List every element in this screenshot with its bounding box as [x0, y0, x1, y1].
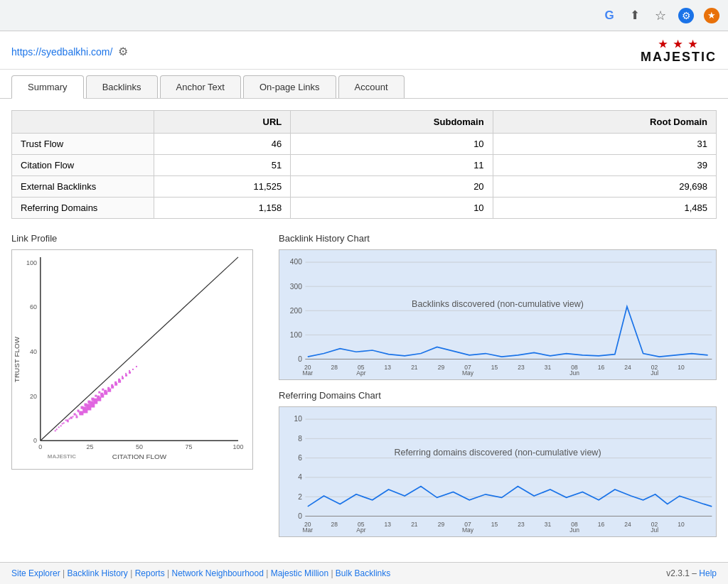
svg-text:21: 21	[411, 364, 418, 371]
majestic-name: MAJESTIC	[641, 50, 717, 65]
svg-rect-15	[65, 419, 67, 421]
external-backlinks-subdomain: 20	[291, 176, 493, 198]
svg-line-14	[41, 257, 238, 440]
svg-rect-80	[58, 426, 60, 428]
share-icon[interactable]: ⬆	[627, 8, 643, 23]
svg-text:Referring domains discovered (: Referring domains discovered (non-cumula…	[394, 448, 601, 458]
svg-text:25: 25	[86, 443, 93, 450]
footer-help-link[interactable]: Help	[699, 568, 717, 578]
tab-backlinks[interactable]: Backlinks	[86, 75, 158, 98]
svg-text:10: 10	[678, 521, 685, 528]
footer-link-majestic-million[interactable]: Majestic Million	[271, 568, 328, 578]
citation-flow-url: 51	[154, 155, 291, 176]
svg-text:10: 10	[678, 364, 685, 371]
settings-icon[interactable]: ⚙	[678, 8, 694, 23]
svg-text:4: 4	[298, 473, 302, 481]
svg-rect-34	[63, 422, 65, 423]
svg-text:Jul: Jul	[651, 526, 658, 534]
svg-rect-117	[279, 407, 716, 536]
link-profile-section: Link Profile TRUST FLOW CITATION FLOW 0 …	[11, 233, 267, 537]
majestic-logo: ★ ★ ★ MAJESTIC	[641, 38, 717, 65]
col-header-root-domain: Root Domain	[493, 111, 716, 134]
svg-text:Jun: Jun	[569, 369, 579, 377]
svg-rect-45	[102, 389, 104, 391]
url-section: https://syedbalkhi.com/ ⚙	[11, 45, 128, 58]
svg-text:0: 0	[33, 437, 37, 444]
footer-link-reports[interactable]: Reports	[135, 568, 165, 578]
tab-summary[interactable]: Summary	[11, 75, 84, 99]
svg-text:13: 13	[385, 521, 392, 528]
backlink-history-title: Backlink History Chart	[279, 233, 717, 244]
svg-rect-70	[114, 383, 117, 386]
backlink-history-chart: 0 100 200 300 400	[279, 249, 717, 380]
svg-rect-37	[74, 413, 76, 416]
svg-text:0: 0	[298, 355, 302, 363]
svg-text:100: 100	[233, 443, 244, 450]
majestic-stars: ★ ★ ★	[658, 38, 699, 50]
svg-rect-33	[62, 423, 63, 424]
footer-link-network-neighbourhood[interactable]: Network Neighbourhood	[171, 568, 263, 578]
svg-text:2: 2	[298, 493, 302, 501]
tab-account[interactable]: Account	[338, 75, 405, 98]
svg-rect-44	[98, 391, 100, 394]
tabs-bar: Summary Backlinks Anchor Text On-page Li…	[0, 70, 728, 99]
svg-text:May: May	[462, 526, 474, 534]
svg-text:16: 16	[598, 521, 605, 528]
svg-text:75: 75	[186, 443, 193, 450]
referring-domains-chart: 0 2 4 6 8 10	[279, 406, 717, 537]
star-icon[interactable]: ☆	[653, 8, 668, 23]
svg-text:Mar: Mar	[302, 369, 313, 377]
svg-text:24: 24	[624, 364, 631, 371]
svg-rect-74	[129, 372, 131, 374]
trust-flow-root: 31	[493, 134, 716, 155]
svg-text:13: 13	[385, 364, 392, 371]
footer-links: Site Explorer | Backlink History | Repor…	[11, 568, 390, 578]
site-settings-icon[interactable]: ⚙	[118, 45, 128, 58]
footer-dash: –	[692, 568, 699, 578]
svg-text:23: 23	[518, 521, 525, 528]
svg-text:16: 16	[598, 364, 605, 371]
svg-text:300: 300	[290, 283, 302, 291]
trust-flow-subdomain: 10	[291, 134, 493, 155]
col-header-label	[12, 111, 154, 134]
svg-text:Mar: Mar	[302, 526, 313, 534]
svg-rect-75	[132, 369, 134, 370]
footer-link-bulk-backlinks[interactable]: Bulk Backlinks	[336, 568, 390, 578]
tab-onpage-links[interactable]: On-page Links	[243, 75, 336, 98]
footer-link-backlink-history[interactable]: Backlink History	[68, 568, 128, 578]
extension-icon[interactable]: ★	[704, 8, 719, 23]
svg-text:28: 28	[331, 364, 338, 371]
version-text: v2.3.1	[666, 568, 690, 578]
svg-rect-58	[125, 373, 127, 374]
referring-domains-section: Referring Domains Chart 0 2 4 6 8 10	[279, 390, 717, 537]
svg-text:29: 29	[438, 521, 445, 528]
svg-rect-38	[77, 410, 80, 412]
charts-section: Link Profile TRUST FLOW CITATION FLOW 0 …	[11, 233, 717, 537]
footer-link-site-explorer[interactable]: Site Explorer	[11, 568, 60, 578]
referring-domains-chart-title: Referring Domains Chart	[279, 390, 717, 401]
svg-text:10: 10	[294, 415, 302, 423]
svg-rect-59	[129, 370, 130, 372]
svg-text:40: 40	[30, 348, 37, 355]
svg-rect-72	[122, 377, 124, 379]
svg-text:15: 15	[491, 364, 498, 371]
svg-text:29: 29	[438, 364, 445, 371]
summary-table: URL Subdomain Root Domain Trust Flow 46 …	[11, 110, 717, 219]
top-bar: https://syedbalkhi.com/ ⚙ ★ ★ ★ MAJESTIC	[0, 31, 728, 70]
google-icon[interactable]: G	[601, 8, 617, 23]
tab-anchor-text[interactable]: Anchor Text	[160, 75, 241, 98]
svg-rect-77	[76, 416, 78, 418]
site-url[interactable]: https://syedbalkhi.com/	[11, 46, 112, 58]
referring-domains-root: 1,485	[493, 198, 716, 219]
scatter-plot: TRUST FLOW CITATION FLOW 0 20 40 60 100 …	[12, 250, 252, 469]
trust-flow-url: 46	[154, 134, 291, 155]
svg-text:100: 100	[290, 331, 302, 339]
svg-text:24: 24	[624, 521, 631, 528]
svg-text:31: 31	[545, 364, 552, 371]
table-row: Citation Flow 51 11 39	[12, 155, 717, 176]
svg-text:400: 400	[290, 258, 302, 266]
svg-text:Backlinks discovered (non-cumu: Backlinks discovered (non-cumulative vie…	[412, 299, 584, 309]
svg-rect-18	[76, 414, 77, 416]
svg-text:Apr: Apr	[356, 369, 365, 377]
svg-rect-71	[118, 380, 121, 383]
